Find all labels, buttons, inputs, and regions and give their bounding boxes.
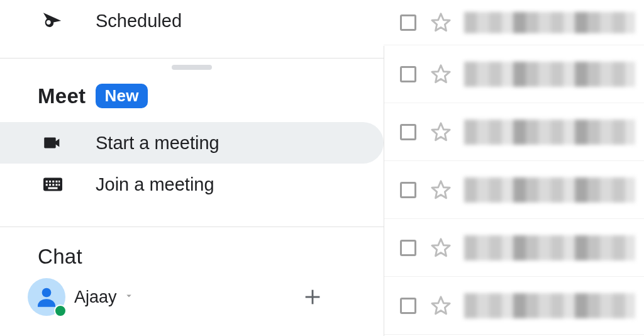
svg-marker-19 [432,238,450,255]
row-checkbox[interactable] [400,66,416,82]
svg-marker-16 [432,65,450,82]
row-checkbox[interactable] [400,298,416,314]
svg-rect-11 [48,188,58,189]
svg-rect-2 [49,181,51,182]
email-list [384,0,644,336]
chat-title: Chat [38,245,82,268]
sidebar: Scheduled Meet New Start a meeting [0,0,384,336]
meet-section-header: Meet New [0,84,384,108]
join-meeting-item[interactable]: Join a meeting [0,164,384,205]
svg-marker-18 [432,181,450,198]
email-preview-blurred [464,120,635,145]
chat-user-row[interactable]: Ajaay [0,279,384,315]
start-meeting-item[interactable]: Start a meeting [0,122,384,164]
star-icon[interactable] [430,121,452,143]
svg-marker-15 [432,13,450,30]
email-preview-blurred [464,12,635,33]
new-badge: New [96,84,147,108]
section-divider [0,227,384,227]
email-row[interactable] [384,277,644,335]
sidebar-item-scheduled[interactable]: Scheduled [0,0,384,42]
star-icon[interactable] [430,12,452,33]
star-icon[interactable] [430,295,452,316]
scheduled-icon [42,10,70,31]
drag-handle[interactable] [172,65,212,70]
svg-rect-4 [56,181,58,182]
scheduled-label: Scheduled [96,11,182,31]
presence-dot-online [54,305,67,317]
new-chat-button[interactable] [302,286,323,308]
keyboard-icon [42,173,70,196]
row-checkbox[interactable] [400,124,416,140]
svg-rect-6 [46,184,48,186]
videocam-icon [42,132,70,154]
star-icon[interactable] [430,237,452,259]
row-checkbox[interactable] [400,182,416,198]
join-meeting-label: Join a meeting [96,174,214,195]
svg-rect-7 [49,184,51,186]
svg-rect-1 [46,181,48,182]
chat-user-name: Ajaay [74,288,117,307]
section-divider [0,58,384,59]
email-row[interactable] [384,219,644,277]
start-meeting-label: Start a meeting [96,133,219,154]
svg-marker-17 [432,123,450,140]
email-row[interactable] [384,103,644,161]
meet-title: Meet [38,84,86,108]
star-icon[interactable] [430,179,452,201]
email-preview-blurred [464,293,635,318]
svg-marker-20 [432,296,450,313]
svg-rect-3 [52,181,54,182]
svg-rect-8 [52,184,54,186]
star-icon[interactable] [430,64,452,85]
row-checkbox[interactable] [400,14,416,31]
email-preview-blurred [464,177,635,203]
svg-rect-5 [58,181,60,182]
email-row[interactable] [384,161,644,219]
caret-down-icon[interactable] [123,290,135,304]
svg-rect-9 [56,184,58,186]
email-row[interactable] [384,0,644,45]
svg-rect-10 [58,184,60,186]
chat-section-header: Chat [0,245,384,269]
row-checkbox[interactable] [400,240,416,256]
email-row[interactable] [384,45,644,103]
email-preview-blurred [464,62,635,87]
avatar [28,278,65,316]
email-preview-blurred [464,235,635,260]
svg-point-12 [42,288,52,298]
